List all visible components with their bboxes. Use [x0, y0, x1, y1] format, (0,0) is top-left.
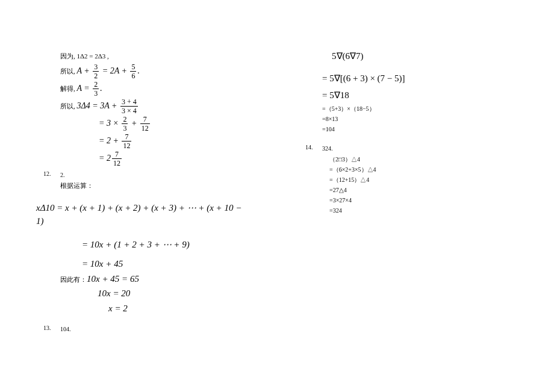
num: 7 — [122, 133, 131, 142]
punct: . — [100, 84, 102, 93]
problem-answer: 104. — [60, 326, 71, 332]
num: 3 + 4 — [120, 98, 138, 107]
expr: 3Δ4 = 3 — [77, 101, 105, 110]
num: 7 — [140, 116, 150, 124]
den: 2 — [93, 72, 99, 79]
equation: =（12+15）△4 — [329, 175, 506, 185]
text: 所以, — [60, 102, 77, 110]
equation: =（5+3）×（18−5） — [322, 104, 506, 114]
var: A — [114, 66, 119, 75]
var: A — [77, 66, 82, 75]
num: 5 — [130, 63, 136, 72]
var: A — [77, 84, 82, 93]
den: 3 — [93, 89, 99, 97]
text: 根据运算： — [60, 181, 244, 191]
equation: = 5∇18 — [322, 89, 506, 102]
text: 因此有： — [60, 276, 87, 283]
punct: . — [137, 66, 140, 75]
equation: 10x = 20 — [98, 287, 244, 300]
problem-number: 13. — [43, 325, 60, 331]
op: + — [119, 66, 129, 75]
text: 解得, — [60, 85, 77, 92]
text: 所以, — [60, 67, 77, 75]
num: 2 — [122, 116, 128, 124]
equation: =8×13 — [322, 114, 506, 124]
equation: 5∇(6∇7) — [332, 49, 506, 63]
num: 7 — [112, 151, 122, 159]
equation: xΔ10 = x + (x + 1) + (x + 2) + (x + 3) +… — [36, 201, 244, 228]
op: + — [129, 119, 138, 128]
equation: =104 — [322, 124, 506, 134]
expr: = 3 × — [99, 119, 120, 128]
op: = — [82, 84, 92, 93]
problem-answer: 324. — [322, 145, 333, 152]
equation: = 10x + 45 — [82, 257, 244, 271]
den: 3 × 4 — [120, 107, 138, 114]
equation: =（6×2+3×5）△4 — [329, 164, 506, 175]
den: 12 — [122, 142, 131, 149]
equation: （2□3）△4 — [329, 154, 506, 164]
op: + — [109, 101, 119, 110]
equation: = 5∇[(6 + 3) × (7 − 5)] — [322, 72, 506, 86]
problem-answer: 2. — [60, 172, 65, 178]
op: + — [82, 66, 92, 75]
equation: =3×27×4 — [329, 195, 506, 205]
text: 因为, 1Δ2 = 2Δ3 , — [60, 52, 109, 60]
problem-number: 12. — [43, 170, 60, 177]
expr: = 2 — [99, 154, 111, 163]
den: 6 — [130, 72, 136, 79]
den: 12 — [112, 159, 122, 167]
equation: =324 — [329, 205, 506, 216]
expr: = 2 + — [99, 136, 120, 145]
equation: x = 2 — [108, 302, 244, 316]
op: = 2 — [100, 66, 114, 75]
num: 2 — [93, 81, 99, 89]
problem-number: 14. — [305, 144, 322, 151]
equation: 10x + 45 = 65 — [87, 274, 139, 284]
num: 3 — [93, 63, 99, 72]
den: 12 — [140, 124, 150, 132]
den: 3 — [122, 124, 128, 132]
equation: = 10x + (1 + 2 + 3 + ⋯ + 9) — [82, 238, 244, 252]
equation: =27△4 — [329, 185, 506, 195]
